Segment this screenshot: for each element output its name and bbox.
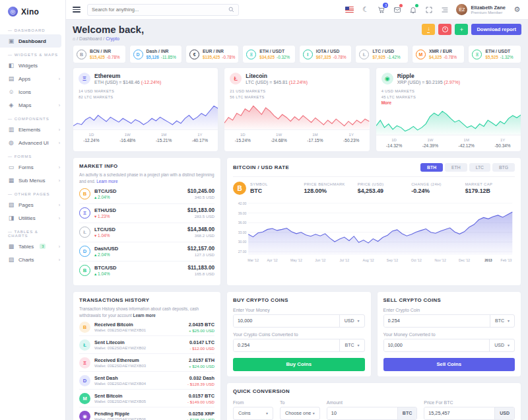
mail-icon[interactable] xyxy=(393,5,401,14)
buy-converted-label: Your Crypto Coins Converted to xyxy=(233,332,365,337)
coin-stat: 1D-15.24% xyxy=(224,130,261,146)
buy-coins-input[interactable] xyxy=(234,339,339,351)
coin-sparkline-chart xyxy=(224,100,369,129)
sidebar-item-tables[interactable]: ▩Tables3› xyxy=(0,240,65,253)
sidebar-item-maps[interactable]: ◈Maps› xyxy=(0,98,65,112)
coin-icon: Ξ xyxy=(79,357,90,368)
menu-toggle-icon[interactable] xyxy=(73,7,81,13)
sidebar-item-icons[interactable]: ☺Icons xyxy=(0,85,65,98)
btc-tab-bth[interactable]: BTH xyxy=(420,163,443,172)
notifications-bell-icon[interactable] xyxy=(409,5,417,14)
charts-icon: ▨ xyxy=(8,256,15,263)
qc-to-label: To xyxy=(280,400,320,405)
ticker-card[interactable]: DDash / INR$5,126-11.85% xyxy=(129,45,183,63)
language-flag-icon[interactable] xyxy=(345,7,354,13)
buy-currency-select[interactable]: USD▾ xyxy=(339,315,364,327)
sell-coins-button[interactable]: Sell Coins xyxy=(383,358,515,371)
quick-conversion-panel: QUICK CONVERSION From Coins▾ To Choose o… xyxy=(226,382,521,420)
sidebar-nav: DASHBOARD▣DashboardWIDGETS & MAPS◧Widget… xyxy=(0,23,65,266)
buy-coins-button[interactable]: Buy Coins xyxy=(233,358,365,371)
btc-tab-ltc[interactable]: LTC xyxy=(469,163,490,172)
sidebar-item-forms[interactable]: ▭Forms› xyxy=(0,160,65,174)
breadcrumb-dashboard[interactable]: Dashboard xyxy=(79,36,102,41)
market-info-learn-more-link[interactable]: Learn more xyxy=(96,179,117,184)
ticker-card[interactable]: ΞETH / USDT$34,625-0.32% xyxy=(242,45,296,63)
buy-coin-select[interactable]: BTC▾ xyxy=(339,339,364,351)
sell-money-input[interactable] xyxy=(384,339,490,351)
qc-from-select[interactable]: Coins▾ xyxy=(233,407,273,420)
dark-mode-moon-icon[interactable]: ☾ xyxy=(361,5,370,14)
ticker-value: $67,325 xyxy=(316,55,331,59)
btc-stat: CHANGE (24H)-0.24% xyxy=(411,182,461,194)
transaction-usd: - $12.00 USD xyxy=(189,346,214,351)
sidebar-item-utilities[interactable]: ◨Utilities› xyxy=(0,211,65,225)
ticker-card[interactable]: BBCN / INR$15,425-0.78% xyxy=(73,45,126,63)
coin-sparkline-chart xyxy=(376,106,521,135)
market-info-panel: MARKET INFO An activity is a scheduled p… xyxy=(73,157,221,286)
sell-converted-label: Your Money Converted to xyxy=(383,332,515,337)
pair-sub-value: 165.8 USD xyxy=(187,271,214,276)
svg-text:Mar '12: Mar '12 xyxy=(248,258,259,262)
sell-currency-select[interactable]: USD▾ xyxy=(489,339,514,351)
page-title: Welcome back, xyxy=(73,24,144,35)
sidebar-item-widgets[interactable]: ◧Widgets xyxy=(0,59,65,72)
qc-to-select[interactable]: Choose one▾ xyxy=(280,407,320,420)
settings-gear-icon[interactable]: ⚙ xyxy=(513,5,521,14)
transaction-row: ΞReceived EthereumWallet: 03E2SDAEYWZXB0… xyxy=(79,354,214,372)
chevron-right-icon: › xyxy=(59,258,60,262)
home-icon[interactable]: ⌂ xyxy=(73,36,75,41)
more-link[interactable]: More xyxy=(376,100,521,105)
pair-change: ▾ 1.23% xyxy=(94,214,116,219)
sidebar-item-advanced-ui[interactable]: ◍Advanced UI› xyxy=(0,136,65,149)
search-icon[interactable] xyxy=(228,7,234,13)
coin-icon: D xyxy=(79,246,90,257)
ticker-card[interactable]: IIOTA / USD$67,325-0.78% xyxy=(299,45,352,63)
sidebar-item-elements[interactable]: ▥Elements› xyxy=(0,123,65,136)
sidebar-item-sub-menus[interactable]: ▦Sub Menus› xyxy=(0,174,65,187)
brand-logo[interactable]: ◎ Xino xyxy=(0,4,65,23)
btc-tab-btg[interactable]: BTG xyxy=(492,163,515,172)
ticker-card[interactable]: €EUR / INR$135,425-0.78% xyxy=(185,45,239,63)
transaction-row: DSent DashWallet: 03E2SDAEYWZXB040.032 D… xyxy=(79,372,214,390)
btc-tab-eth[interactable]: ETH xyxy=(445,163,467,172)
export-button[interactable]: ↓ xyxy=(422,24,435,35)
sidebar-item-pages[interactable]: ▧Pages› xyxy=(0,198,65,211)
sell-coin-input[interactable] xyxy=(384,315,490,327)
search-input[interactable] xyxy=(92,7,228,13)
ticker-card[interactable]: ŁLTC / USD$7,925-1.42% xyxy=(355,45,409,63)
market-info-row: ΞETH/USD▾ 1.23%$15,183.00283.5 USD xyxy=(79,204,214,223)
add-button[interactable]: + xyxy=(455,24,468,35)
cart-icon[interactable]: 3 xyxy=(377,5,385,14)
qc-price-input[interactable] xyxy=(424,407,494,419)
market-info-row: BBTC/USD▴ 2.04%$10,245.00340.5 USD xyxy=(79,185,214,204)
sidebar-item-charts[interactable]: ▨Charts› xyxy=(0,253,65,266)
ticker-card[interactable]: MXMR / EUR$4,325-0.78% xyxy=(412,45,465,63)
coin-name: Ethereum xyxy=(94,73,161,79)
sell-coin-select[interactable]: BTC▾ xyxy=(490,315,514,327)
transaction-amount: 2.0157 ETH xyxy=(189,357,214,363)
transaction-title: Sent Dash xyxy=(94,375,146,381)
sidebar-item-dashboard[interactable]: ▣Dashboard xyxy=(0,34,61,48)
buy-crypto-panel: BUY CRYPTO COINS Enter Your Money USD▾ Y… xyxy=(226,291,372,377)
sidebar-section-title: OTHER PAGES xyxy=(0,187,65,198)
transaction-amount: 0.032 Dash xyxy=(187,375,214,381)
coin-icon: ◉ xyxy=(381,73,393,85)
svg-text:30.00: 30.00 xyxy=(238,240,247,244)
pair-price: $10,245.00 xyxy=(187,188,214,194)
coin-icon: B xyxy=(77,50,86,59)
right-sidebar-toggle-icon[interactable] xyxy=(440,5,449,14)
fullscreen-icon[interactable] xyxy=(424,5,433,14)
btc-tabs: BTHETHLTCBTG xyxy=(420,163,515,172)
transactions-learn-more-link[interactable]: Learn more xyxy=(133,313,156,318)
ticker-card[interactable]: ΞETH / USDT$5,525-1.32% xyxy=(468,45,521,63)
download-report-button[interactable]: Download report xyxy=(471,24,521,35)
qc-amount-input[interactable] xyxy=(327,407,397,419)
user-menu[interactable]: EZ Elizabeth Zane Premium Member xyxy=(456,4,506,15)
coin-icon: Ł xyxy=(230,73,242,85)
markets-info: 14 USD MARKETS82 LTC MARKETS xyxy=(73,86,218,100)
sidebar-item-apps[interactable]: ▤Apps› xyxy=(0,72,65,85)
coin-price: XRP (USD) = $0.2195 (2.97%) xyxy=(397,80,460,85)
history-button[interactable] xyxy=(438,24,451,35)
buy-money-input[interactable] xyxy=(234,315,339,327)
transactions-list: BReceived BitcoinWallet: 03E2SDAEYWZXB01… xyxy=(79,318,214,420)
